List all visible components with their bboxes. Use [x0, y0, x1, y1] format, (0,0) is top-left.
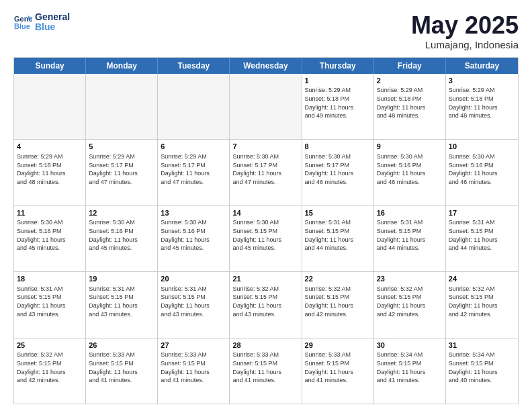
- day-number: 15: [305, 208, 371, 218]
- cell-info: Sunset: 5:15 PM: [17, 293, 83, 302]
- day-number: 2: [377, 76, 443, 86]
- calendar-cell: 16Sunrise: 5:31 AMSunset: 5:15 PMDayligh…: [374, 206, 446, 271]
- day-number: 26: [89, 340, 154, 351]
- day-number: 3: [449, 76, 515, 86]
- calendar-cell: 26Sunrise: 5:33 AMSunset: 5:15 PMDayligh…: [86, 338, 158, 404]
- calendar-header: SundayMondayTuesdayWednesdayThursdayFrid…: [14, 58, 518, 74]
- day-number: 24: [449, 274, 515, 284]
- calendar-cell: 31Sunrise: 5:34 AMSunset: 5:15 PMDayligh…: [446, 338, 518, 404]
- calendar-cell: [230, 74, 302, 139]
- cell-info: Sunrise: 5:31 AM: [89, 285, 154, 293]
- cell-info: Daylight: 11 hours: [449, 169, 515, 178]
- calendar-cell: 14Sunrise: 5:30 AMSunset: 5:15 PMDayligh…: [230, 206, 302, 271]
- cell-info: Sunset: 5:16 PM: [377, 161, 443, 170]
- calendar-cell: 5Sunrise: 5:29 AMSunset: 5:17 PMDaylight…: [86, 140, 158, 205]
- logo-icon: General Blue: [13, 13, 32, 32]
- cell-info: Daylight: 11 hours: [161, 302, 226, 310]
- cell-info: Sunset: 5:15 PM: [232, 227, 298, 236]
- calendar-cell: 7Sunrise: 5:30 AMSunset: 5:17 PMDaylight…: [230, 140, 302, 205]
- day-number: 7: [232, 142, 298, 152]
- cell-info: Daylight: 11 hours: [232, 236, 298, 244]
- calendar-cell: 30Sunrise: 5:34 AMSunset: 5:15 PMDayligh…: [374, 338, 446, 404]
- calendar-cell: 12Sunrise: 5:30 AMSunset: 5:16 PMDayligh…: [86, 206, 158, 271]
- cell-info: Sunrise: 5:32 AM: [305, 285, 371, 293]
- cell-info: Sunset: 5:16 PM: [17, 227, 83, 236]
- cell-info: Sunset: 5:15 PM: [449, 359, 515, 368]
- cell-info: Sunrise: 5:31 AM: [377, 218, 443, 227]
- cell-info: Sunset: 5:15 PM: [377, 293, 443, 302]
- cell-info: Daylight: 11 hours: [17, 169, 83, 178]
- cell-info: Sunset: 5:15 PM: [232, 359, 298, 368]
- cell-info: and 45 minutes.: [232, 244, 298, 253]
- day-header-friday: Friday: [374, 58, 446, 74]
- cell-info: Sunset: 5:17 PM: [305, 161, 371, 170]
- calendar-cell: 4Sunrise: 5:29 AMSunset: 5:18 PMDaylight…: [14, 140, 86, 205]
- calendar-cell: 15Sunrise: 5:31 AMSunset: 5:15 PMDayligh…: [302, 206, 374, 271]
- header: General Blue General Blue May 2025 Lumaj…: [13, 12, 519, 50]
- day-number: 12: [89, 208, 154, 218]
- cell-info: Sunset: 5:17 PM: [232, 161, 298, 170]
- cell-info: Daylight: 11 hours: [377, 169, 443, 178]
- day-number: 25: [17, 340, 83, 351]
- cell-info: Sunrise: 5:30 AM: [232, 152, 298, 161]
- cell-info: Sunrise: 5:29 AM: [305, 86, 371, 95]
- cell-info: and 45 minutes.: [161, 244, 226, 253]
- cell-info: Sunset: 5:18 PM: [449, 95, 515, 103]
- cell-info: and 41 minutes.: [89, 376, 154, 385]
- day-header-monday: Monday: [86, 58, 158, 74]
- calendar-cell: 23Sunrise: 5:32 AMSunset: 5:15 PMDayligh…: [374, 272, 446, 337]
- cell-info: Sunrise: 5:32 AM: [17, 351, 83, 359]
- cell-info: Sunrise: 5:30 AM: [232, 218, 298, 227]
- day-number: 31: [449, 340, 515, 351]
- calendar-cell: [86, 74, 158, 139]
- cell-info: and 42 minutes.: [377, 310, 443, 319]
- cell-info: Sunset: 5:15 PM: [161, 359, 226, 368]
- cell-info: Sunset: 5:16 PM: [449, 161, 515, 170]
- cell-info: Sunset: 5:15 PM: [232, 293, 298, 302]
- cell-info: Daylight: 11 hours: [305, 368, 371, 377]
- cell-info: and 43 minutes.: [89, 310, 154, 319]
- day-number: 1: [305, 76, 371, 86]
- svg-text:Blue: Blue: [14, 22, 30, 30]
- cell-info: Sunrise: 5:31 AM: [161, 285, 226, 293]
- day-number: 21: [232, 274, 298, 284]
- cell-info: and 48 minutes.: [17, 178, 83, 187]
- day-number: 20: [161, 274, 226, 284]
- day-header-wednesday: Wednesday: [230, 58, 302, 74]
- day-number: 27: [161, 340, 226, 351]
- day-number: 6: [161, 142, 226, 152]
- calendar-cell: 17Sunrise: 5:31 AMSunset: 5:15 PMDayligh…: [446, 206, 518, 271]
- logo-general: General: [35, 12, 70, 22]
- cell-info: and 47 minutes.: [161, 178, 226, 187]
- cell-info: Sunrise: 5:29 AM: [89, 152, 154, 161]
- cell-info: Daylight: 11 hours: [377, 103, 443, 112]
- cell-info: Sunrise: 5:31 AM: [305, 218, 371, 227]
- calendar: SundayMondayTuesdayWednesdayThursdayFrid…: [13, 57, 519, 404]
- calendar-cell: 6Sunrise: 5:29 AMSunset: 5:17 PMDaylight…: [158, 140, 230, 205]
- calendar-body: 1Sunrise: 5:29 AMSunset: 5:18 PMDaylight…: [14, 74, 518, 404]
- cell-info: Daylight: 11 hours: [449, 236, 515, 244]
- cell-info: Sunset: 5:17 PM: [161, 161, 226, 170]
- cell-info: Sunset: 5:16 PM: [161, 227, 226, 236]
- cell-info: Sunrise: 5:30 AM: [305, 152, 371, 161]
- cell-info: Daylight: 11 hours: [17, 236, 83, 244]
- cell-info: Sunrise: 5:29 AM: [449, 86, 515, 95]
- day-number: 9: [377, 142, 443, 152]
- calendar-cell: 24Sunrise: 5:32 AMSunset: 5:15 PMDayligh…: [446, 272, 518, 337]
- calendar-cell: 13Sunrise: 5:30 AMSunset: 5:16 PMDayligh…: [158, 206, 230, 271]
- location: Lumajang, Indonesia: [411, 39, 519, 50]
- day-number: 28: [232, 340, 298, 351]
- cell-info: Daylight: 11 hours: [17, 302, 83, 310]
- cell-info: Sunrise: 5:30 AM: [17, 218, 83, 227]
- cell-info: Sunset: 5:15 PM: [161, 293, 226, 302]
- cell-info: and 44 minutes.: [305, 244, 371, 253]
- cell-info: Daylight: 11 hours: [17, 368, 83, 377]
- calendar-cell: 2Sunrise: 5:29 AMSunset: 5:18 PMDaylight…: [374, 74, 446, 139]
- calendar-cell: 28Sunrise: 5:33 AMSunset: 5:15 PMDayligh…: [230, 338, 302, 404]
- cell-info: Sunrise: 5:32 AM: [449, 285, 515, 293]
- cell-info: Daylight: 11 hours: [449, 302, 515, 310]
- cell-info: Daylight: 11 hours: [232, 169, 298, 178]
- cell-info: Sunrise: 5:31 AM: [17, 285, 83, 293]
- cell-info: Sunset: 5:15 PM: [89, 293, 154, 302]
- cell-info: Daylight: 11 hours: [305, 103, 371, 112]
